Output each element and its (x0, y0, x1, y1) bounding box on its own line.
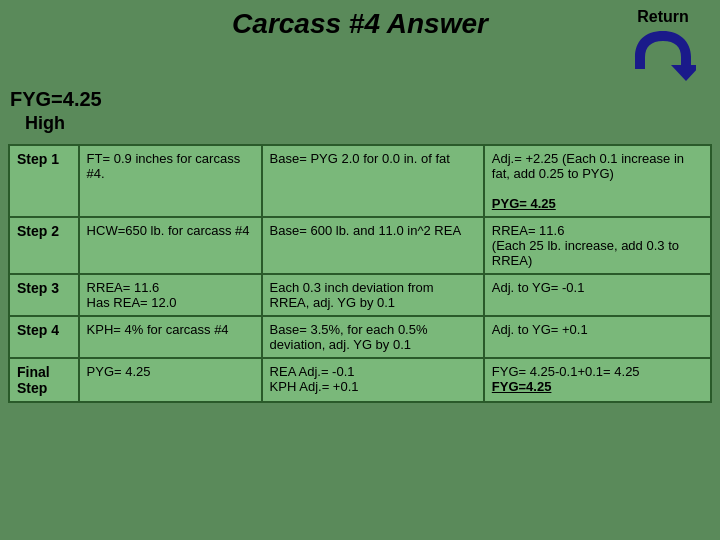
step4-col2: Base= 3.5%, for each 0.5% deviation, adj… (262, 316, 484, 358)
page-wrapper: Carcass #4 Answer Return FYG=4.25 High S… (0, 0, 720, 540)
step1-col3: Adj.= +2.25 (Each 0.1 increase in fat, a… (484, 145, 711, 217)
table-row: Step 1 FT= 0.9 inches for carcass #4. Ba… (9, 145, 711, 217)
step3-col2: Each 0.3 inch deviation from RREA, adj. … (262, 274, 484, 316)
step-label: Step 1 (9, 145, 79, 217)
step-label: Step 3 (9, 274, 79, 316)
table-row: Step 4 KPH= 4% for carcass #4 Base= 3.5%… (9, 316, 711, 358)
step1-col1: FT= 0.9 inches for carcass #4. (79, 145, 262, 217)
fyg-label: FYG=4.25 (0, 86, 720, 113)
table-row-final: Final Step PYG= 4.25 REA Adj.= -0.1KPH A… (9, 358, 711, 402)
step2-col1: HCW=650 lb. for carcass #4 (79, 217, 262, 274)
step3-col3: Adj. to YG= -0.1 (484, 274, 711, 316)
step3-col1: RREA= 11.6Has REA= 12.0 (79, 274, 262, 316)
step1-col2: Base= PYG 2.0 for 0.0 in. of fat (262, 145, 484, 217)
title-block: Carcass #4 Answer (102, 8, 618, 40)
return-label: Return (637, 8, 689, 26)
step2-col3: RREA= 11.6 (Each 25 lb. increase, add 0.… (484, 217, 711, 274)
return-area[interactable]: Return (618, 8, 708, 86)
step2-col2: Base= 600 lb. and 11.0 in^2 REA (262, 217, 484, 274)
final-step-col1: PYG= 4.25 (79, 358, 262, 402)
return-arrow-icon[interactable] (631, 27, 696, 85)
step4-col3: Adj. to YG= +0.1 (484, 316, 711, 358)
final-step-label: Final Step (9, 358, 79, 402)
return-icon[interactable] (628, 26, 698, 86)
step1-pyg-result: PYG= 4.25 (492, 196, 556, 211)
table-row: Step 2 HCW=650 lb. for carcass #4 Base= … (9, 217, 711, 274)
final-fyg-result: FYG=4.25 (492, 379, 552, 394)
grade-label: High (0, 113, 720, 138)
step-label: Step 4 (9, 316, 79, 358)
steps-table: Step 1 FT= 0.9 inches for carcass #4. Ba… (8, 144, 712, 403)
final-step-col3: FYG= 4.25-0.1+0.1= 4.25 FYG=4.25 (484, 358, 711, 402)
step-label: Step 2 (9, 217, 79, 274)
header-area: Carcass #4 Answer Return (0, 0, 720, 86)
step4-col1: KPH= 4% for carcass #4 (79, 316, 262, 358)
page-title: Carcass #4 Answer (232, 8, 488, 39)
table-row: Step 3 RREA= 11.6Has REA= 12.0 Each 0.3 … (9, 274, 711, 316)
final-step-col2: REA Adj.= -0.1KPH Adj.= +0.1 (262, 358, 484, 402)
table-container: Step 1 FT= 0.9 inches for carcass #4. Ba… (8, 144, 712, 403)
